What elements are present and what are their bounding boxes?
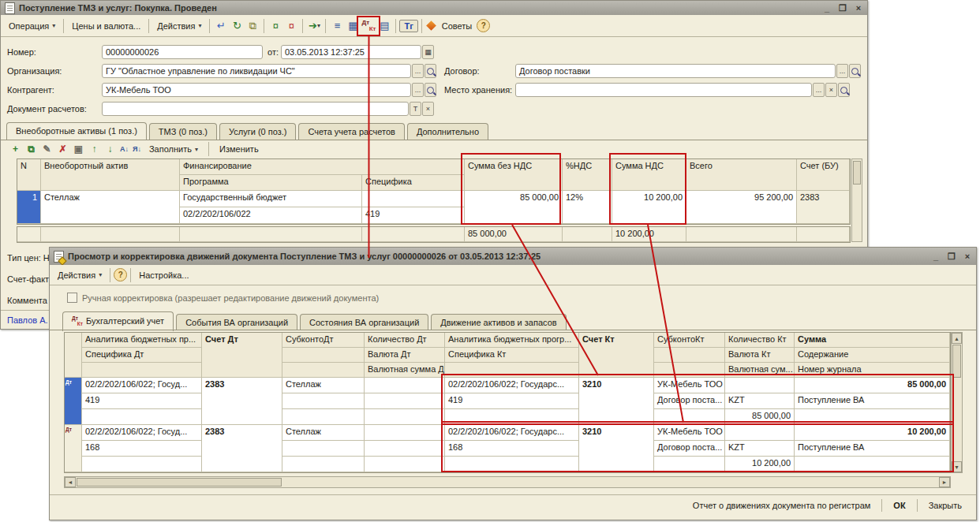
- minimize-icon[interactable]: _: [931, 252, 941, 261]
- sum-cell[interactable]: 10 200,00: [795, 425, 950, 441]
- kt-currency-sum-cell[interactable]: 85 000,00: [725, 409, 795, 425]
- assets-table-vscrollbar[interactable]: [851, 158, 862, 242]
- go-to-icon[interactable]: ➔▾: [306, 18, 322, 34]
- specifics-cell[interactable]: [362, 191, 465, 207]
- clear-icon[interactable]: ×: [825, 83, 837, 97]
- prices-currency-button[interactable]: Цены и валюта...: [67, 19, 145, 33]
- scroll-down-icon[interactable]: ▼: [952, 461, 962, 472]
- settlement-doc-field[interactable]: [102, 102, 409, 116]
- move-down-icon[interactable]: ↓: [103, 143, 117, 156]
- actions-menu-button[interactable]: Действия▾: [53, 268, 107, 282]
- kt-subconto-cell[interactable]: УК-Мебель ТОО: [654, 378, 725, 393]
- settings-button[interactable]: Настройка...: [134, 268, 193, 282]
- row-number-cell[interactable]: 1: [17, 191, 41, 224]
- kt-subconto-cell[interactable]: УК-Мебель ТОО: [654, 425, 725, 441]
- end-edit-icon[interactable]: ▣: [72, 143, 85, 156]
- edit-row-icon[interactable]: ✎: [40, 143, 54, 156]
- journal-cell[interactable]: [795, 409, 950, 425]
- contractor-field[interactable]: УК-Мебель ТОО: [102, 83, 411, 97]
- author-link[interactable]: Павлов А.: [7, 315, 48, 325]
- check-fill-icon[interactable]: ▦: [345, 18, 361, 34]
- structure-icon[interactable]: ≡: [329, 18, 345, 34]
- kt-specifics-cell[interactable]: 168: [445, 441, 579, 457]
- journal-cell[interactable]: [795, 457, 950, 472]
- help-icon[interactable]: ?: [114, 268, 127, 282]
- maximize-icon[interactable]: ❐: [947, 252, 956, 262]
- kt-currency-cell[interactable]: KZT: [725, 393, 795, 409]
- fill-menu-button[interactable]: Заполнить▾: [144, 142, 203, 156]
- ok-button[interactable]: ОК: [887, 498, 911, 513]
- warehouse-field[interactable]: [515, 83, 812, 97]
- dt-subconto-cell[interactable]: Стеллаж: [282, 425, 365, 441]
- specifics-cell[interactable]: 419: [362, 207, 465, 224]
- number-field[interactable]: 00000000026: [102, 45, 263, 59]
- change-button[interactable]: Изменить: [215, 142, 264, 156]
- return-money-icon[interactable]: ¤: [283, 18, 299, 34]
- tab-tmz[interactable]: ТМЗ (0 поз.): [149, 123, 217, 140]
- dt-specifics-cell[interactable]: 419: [82, 393, 202, 409]
- dt-account-cell[interactable]: 2383: [202, 378, 282, 425]
- labels-toggle-button[interactable]: Тг: [399, 20, 417, 32]
- kt-currency-cell[interactable]: KZT: [725, 441, 795, 457]
- ellipsis-button[interactable]: ...: [813, 83, 825, 97]
- scroll-left-icon[interactable]: ◄: [65, 477, 76, 487]
- row-marker[interactable]: ДтКт: [65, 378, 82, 425]
- list-icon[interactable]: ▤: [376, 18, 392, 34]
- vat-sum-cell[interactable]: 10 200,00: [612, 191, 686, 224]
- sum-cell[interactable]: 85 000,00: [795, 378, 950, 393]
- sort-desc-icon[interactable]: Я↓: [132, 143, 142, 156]
- manual-adjustment-checkbox[interactable]: [67, 293, 77, 303]
- tab-noncurrent-assets[interactable]: Внеоборотные активы (1 поз.): [6, 122, 147, 140]
- move-up-icon[interactable]: ↑: [88, 143, 101, 156]
- total-cell[interactable]: 95 200,00: [686, 191, 797, 224]
- ellipsis-button[interactable]: ...: [412, 83, 424, 97]
- kt-subconto2-cell[interactable]: Договор поста...: [654, 393, 725, 409]
- content-cell[interactable]: Поступление ВА: [795, 441, 950, 457]
- kt-analytics-cell[interactable]: 02/2/202/106/022; Государс...: [445, 425, 579, 441]
- scroll-right-icon[interactable]: ►: [939, 477, 950, 487]
- repost-icon[interactable]: ↻: [229, 18, 245, 34]
- asset-cell[interactable]: Стеллаж: [41, 191, 180, 224]
- dt-specifics-cell[interactable]: 168: [82, 441, 202, 457]
- maximize-icon[interactable]: ❐: [838, 3, 847, 13]
- magnifier-icon[interactable]: [838, 83, 850, 97]
- kt-subconto2-cell[interactable]: Договор поста...: [654, 441, 725, 457]
- kt-specifics-cell[interactable]: 419: [445, 393, 579, 409]
- kt-account-cell[interactable]: 3210: [579, 425, 654, 472]
- kt-currency-sum-cell[interactable]: 10 200,00: [725, 457, 795, 472]
- tab-services[interactable]: Услуги (0 поз.): [219, 123, 296, 140]
- account-cell[interactable]: 2383: [797, 191, 850, 224]
- magnifier-icon[interactable]: [849, 64, 861, 78]
- magnifier-icon[interactable]: [425, 64, 436, 78]
- date-field[interactable]: 03.05.2013 12:37:25: [281, 45, 421, 59]
- close-icon[interactable]: ×: [854, 3, 863, 13]
- tab-settlement-accounts[interactable]: Счета учета расчетов: [298, 123, 404, 140]
- program-cell[interactable]: Государственный бюджет: [180, 191, 362, 207]
- delete-row-icon[interactable]: ✗: [56, 143, 69, 156]
- text-button[interactable]: T: [410, 102, 421, 116]
- main-titlebar[interactable]: Поступление ТМЗ и услуг: Покупка. Провед…: [1, 1, 867, 15]
- dt-account-cell[interactable]: 2383: [202, 425, 282, 472]
- copy-document-icon[interactable]: ⧉: [245, 18, 260, 34]
- tips-button[interactable]: Советы: [437, 19, 477, 33]
- dt-subconto-cell[interactable]: Стеллаж: [282, 378, 365, 393]
- help-icon[interactable]: ?: [477, 19, 490, 32]
- ellipsis-button[interactable]: ...: [836, 64, 848, 78]
- tab-va-events[interactable]: События ВА организаций: [176, 314, 297, 330]
- post-and-close-icon[interactable]: ↵: [213, 18, 229, 34]
- organization-field[interactable]: ГУ "Областное управление по ликвидации Ч…: [102, 64, 411, 78]
- movements-report-button[interactable]: Отчет о движениях документа по регистрам: [686, 498, 877, 513]
- minimize-icon[interactable]: _: [822, 3, 832, 13]
- tab-additional[interactable]: Дополнительно: [407, 123, 488, 140]
- content-cell[interactable]: Поступление ВА: [795, 393, 950, 409]
- operation-menu-button[interactable]: Операция▾: [4, 19, 60, 33]
- clear-icon[interactable]: ×: [422, 102, 434, 116]
- sort-asc-icon[interactable]: А↓: [119, 143, 129, 156]
- magnifier-icon[interactable]: [425, 83, 436, 97]
- movements-vscrollbar[interactable]: ▲ ▼: [951, 332, 963, 473]
- contract-field[interactable]: Договор поставки: [515, 64, 836, 78]
- sum-no-vat-cell[interactable]: 85 000,00: [465, 191, 563, 224]
- tab-assets-movement[interactable]: Движение активов и запасов: [431, 314, 566, 330]
- add-copy-icon[interactable]: ⧉: [24, 143, 38, 156]
- receipt-money-icon[interactable]: ¤: [267, 18, 283, 34]
